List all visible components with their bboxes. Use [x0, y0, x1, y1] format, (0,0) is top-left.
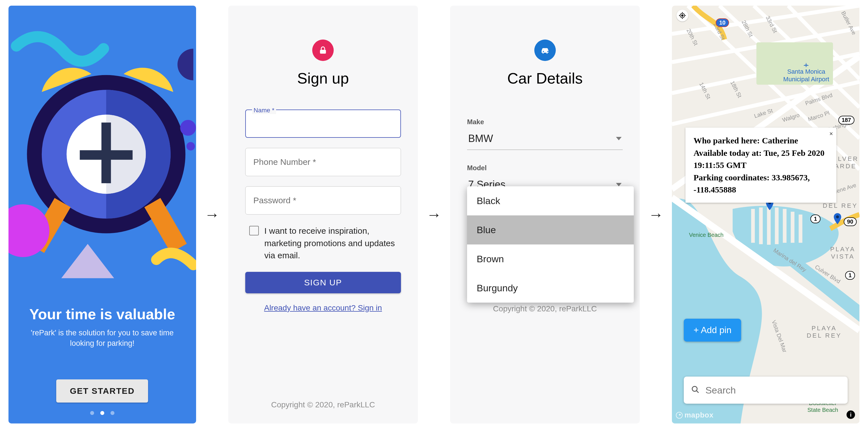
svg-rect-17 — [767, 207, 771, 245]
svg-rect-16 — [759, 207, 763, 244]
password-field[interactable]: Password * — [245, 186, 401, 215]
marketing-checkbox[interactable] — [249, 226, 259, 235]
phone-placeholder: Phone Number * — [253, 157, 316, 167]
popup-who-value: Catherine — [762, 136, 798, 145]
welcome-title: Your time is valuable — [29, 306, 175, 323]
pager-dots — [90, 411, 115, 415]
lock-icon — [312, 39, 334, 61]
signup-screen: Sign up Name * Phone Number * Password *… — [228, 6, 418, 423]
svg-point-42 — [679, 414, 681, 416]
signup-heading: Sign up — [297, 69, 349, 87]
svg-point-10 — [186, 142, 195, 151]
car-details-screen: Car Details Make BMW Model 7 Series Colo… — [450, 6, 640, 423]
close-icon[interactable]: × — [829, 129, 833, 138]
pager-dot[interactable] — [90, 411, 94, 415]
area-label: PLAYA DEL REY — [803, 325, 845, 339]
route-badge: 1 — [810, 215, 820, 223]
svg-rect-19 — [783, 209, 786, 243]
svg-point-39 — [692, 387, 698, 392]
popup-avail-label: Available today at: — [693, 148, 762, 158]
car-details-heading: Car Details — [507, 69, 583, 87]
arrow-icon: → — [426, 206, 442, 223]
color-option[interactable]: Black — [467, 186, 634, 216]
make-value: BMW — [468, 133, 493, 144]
info-icon[interactable]: i — [846, 411, 855, 419]
signup-button[interactable]: SIGN UP — [245, 272, 401, 293]
copyright: Copyright © 2020, reParkLLC — [450, 304, 640, 313]
map-screen: Santa Monica Municipal Airport 10 187 1 … — [672, 6, 860, 423]
welcome-illustration — [8, 6, 196, 300]
parking-popup: × Who parked here: Catherine Available t… — [685, 128, 836, 203]
color-option[interactable]: Brown — [467, 244, 634, 273]
svg-rect-20 — [791, 212, 795, 243]
svg-rect-18 — [775, 207, 779, 244]
signup-form: Name * Phone Number * Password * I want … — [245, 109, 401, 313]
svg-point-13 — [322, 51, 323, 52]
route-badge: 90 — [844, 217, 857, 226]
svg-point-38 — [836, 216, 839, 219]
popup-coord-label: Parking coordinates: — [693, 173, 769, 182]
welcome-caption: Your time is valuable 'rePark' is the so… — [8, 300, 196, 423]
chevron-down-icon — [616, 183, 622, 186]
signin-link[interactable]: Already have an account? Sign in — [245, 303, 401, 313]
phone-field[interactable]: Phone Number * — [245, 148, 401, 176]
svg-rect-21 — [799, 215, 802, 243]
mapbox-logo: mapbox — [676, 411, 713, 420]
password-placeholder: Password * — [253, 196, 297, 205]
arrow-icon: → — [205, 206, 220, 223]
make-select: Make BMW — [467, 118, 623, 150]
svg-point-9 — [180, 120, 196, 136]
welcome-subtitle: 'rePark' is the solution for you to save… — [23, 328, 181, 348]
area-label: PLAYA VISTA — [825, 246, 860, 260]
copyright: Copyright © 2020, reParkLLC — [228, 400, 418, 409]
pager-dot[interactable] — [111, 411, 115, 415]
make-label: Make — [467, 118, 623, 126]
svg-line-40 — [696, 391, 699, 393]
search-input[interactable]: Search — [684, 377, 848, 404]
pager-dot[interactable] — [100, 411, 104, 415]
model-label: Model — [467, 164, 623, 172]
name-label: Name * — [252, 107, 276, 114]
svg-point-31 — [681, 14, 683, 17]
airport-label: Santa Monica Municipal Airport — [776, 61, 836, 83]
color-option[interactable]: Burgundy — [467, 273, 634, 303]
chevron-down-icon — [616, 137, 622, 140]
svg-rect-5 — [80, 150, 132, 160]
arrow-icon: → — [648, 206, 663, 223]
search-icon — [691, 385, 700, 395]
map-pin[interactable] — [833, 213, 842, 225]
popup-who-label: Who parked here: — [693, 136, 760, 145]
car-icon — [534, 39, 556, 61]
color-option[interactable]: Blue — [467, 216, 634, 244]
interstate-badge: 10 — [716, 18, 729, 27]
marketing-opt-in: I want to receive inspiration, marketing… — [245, 225, 401, 262]
search-placeholder: Search — [705, 385, 736, 396]
welcome-screen: Your time is valuable 'rePark' is the so… — [8, 6, 196, 423]
make-select-trigger[interactable]: BMW — [467, 130, 623, 150]
area-label: DEL REY — [823, 202, 858, 209]
marketing-text: I want to receive inspiration, marketing… — [265, 225, 397, 262]
add-pin-button[interactable]: + Add pin — [684, 319, 741, 341]
get-started-button[interactable]: GET STARTED — [56, 380, 148, 402]
route-badge: 187 — [838, 116, 855, 125]
color-dropdown: Black Blue Brown Burgundy — [467, 186, 634, 303]
svg-rect-15 — [751, 209, 755, 243]
poi-label: Venice Beach — [689, 231, 723, 238]
name-field[interactable]: Name * — [245, 109, 401, 138]
route-badge: 1 — [845, 271, 855, 280]
